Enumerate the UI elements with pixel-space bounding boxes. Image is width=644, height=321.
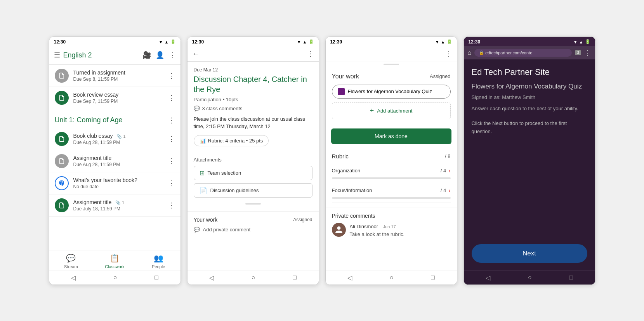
your-work-section-2: Your work Assigned 💬 Add private comment xyxy=(187,212,319,237)
more-vert-item-1[interactable]: ⋮ xyxy=(168,94,175,102)
your-work-header-2: Your work Assigned xyxy=(194,217,312,223)
criterion-0[interactable]: Organization / 4 › xyxy=(332,163,451,183)
status-time-3: 12:30 xyxy=(330,39,342,45)
tab-count-4[interactable]: 3 xyxy=(575,50,581,55)
add-icon-3: + xyxy=(370,107,374,115)
people-icon: 👥 xyxy=(154,253,163,263)
phone-edtech: 12:30 ▼ ▲ 🔋 ⌂ 🔒 edtechpartner.com/conte … xyxy=(463,36,595,285)
more-vert-item-5[interactable]: ⋮ xyxy=(168,201,175,210)
section-header-unit1: Unit 1: Coming of Age ⋮ xyxy=(49,111,181,128)
wifi-icon-1: ▼ xyxy=(159,40,163,44)
chevron-0: › xyxy=(448,167,450,174)
attachments-label-2: Attachments xyxy=(194,157,312,163)
assignment-icon-4 xyxy=(55,176,69,190)
assignment-icon-5 xyxy=(55,198,69,212)
app-bar-1: ☰ English 2 🎥 👤 ⋮ xyxy=(49,46,181,65)
quiz-attachment-3[interactable]: Flowers for Algernon Vocabulary Quiz xyxy=(332,85,451,99)
criterion-row-0: Organization / 4 › xyxy=(332,167,451,174)
classwork-icon: 📋 xyxy=(110,253,120,263)
more-vert-item-3[interactable]: ⋮ xyxy=(168,157,175,165)
attachment-chip-1[interactable]: ⊞ Team selection xyxy=(194,166,312,180)
recent-btn-3[interactable]: □ xyxy=(431,274,435,281)
browser-url-4[interactable]: 🔒 edtechpartner.com/conte xyxy=(474,49,572,57)
attachment2-icon: 📄 xyxy=(200,187,207,194)
more-vert-detail-3[interactable]: ⋮ xyxy=(445,49,452,58)
assignment-item-1[interactable]: Book review essay Due Sep 7, 11:59 PM ⋮ xyxy=(49,87,181,109)
back-icon-2[interactable]: ← xyxy=(192,49,200,58)
stream-icon: 💬 xyxy=(66,253,76,263)
back-btn-3[interactable]: ◁ xyxy=(347,274,352,281)
add-attachment-btn-3[interactable]: + Add attachment xyxy=(332,102,451,119)
home-btn-1[interactable]: ○ xyxy=(113,274,117,281)
attachment-chip-2[interactable]: 📄 Discussion guidelines xyxy=(194,183,312,198)
assignment-icon-3 xyxy=(55,154,69,168)
assignment-item-3[interactable]: Assignment title Due Aug 28, 11:59 PM ⋮ xyxy=(49,150,181,172)
detail-app-bar-2: ← ⋮ xyxy=(187,46,319,62)
nav-stream[interactable]: 💬 Stream xyxy=(49,250,93,271)
back-btn-2[interactable]: ◁ xyxy=(209,274,214,281)
app-bar-icons-1: 🎥 👤 ⋮ xyxy=(142,51,176,59)
recent-btn-4[interactable]: □ xyxy=(569,274,573,281)
recent-btn-2[interactable]: □ xyxy=(293,274,297,281)
nav-classwork-label: Classwork xyxy=(105,264,125,269)
recent-btn-1[interactable]: □ xyxy=(154,274,158,281)
section-title-1: Unit 1: Coming of Age xyxy=(55,116,168,124)
url-text-4: edtechpartner.com/conte xyxy=(485,50,532,55)
assignment-meta-2: Participation • 10pts xyxy=(194,97,312,102)
detail-app-bar-3: ⋮ xyxy=(326,46,457,61)
hamburger-icon[interactable]: ☰ xyxy=(54,51,60,59)
more-vert-item-2[interactable]: ⋮ xyxy=(168,135,175,143)
assignment-item-5[interactable]: Assignment title 📎 1 Due July 18, 11:59 … xyxy=(49,194,181,217)
system-nav-4: ◁ ○ □ xyxy=(464,271,595,285)
battery-icon-1: 🔋 xyxy=(170,39,176,44)
quiz-attachment-label: Flowers for Algernon Vocabulary Quiz xyxy=(348,88,432,94)
nav-people[interactable]: 👥 People xyxy=(137,250,181,271)
commenter-info-3: Ali Dinsmoor Jun 17 xyxy=(350,223,451,230)
video-icon[interactable]: 🎥 xyxy=(142,51,151,59)
browser-home-icon[interactable]: ⌂ xyxy=(468,49,472,56)
detail-content-2: Due Mar 12 Discussion Chapter 4, Catcher… xyxy=(187,62,319,271)
rubric-chip-2[interactable]: 📊 Rubric: 4 criteria • 25 pts xyxy=(194,135,269,146)
more-vert-section[interactable]: ⋮ xyxy=(168,116,175,125)
nav-classwork[interactable]: 📋 Classwork xyxy=(93,250,137,271)
home-btn-2[interactable]: ○ xyxy=(252,274,255,281)
add-comment-2[interactable]: 💬 Add private comment xyxy=(194,227,312,233)
more-vert-icon-1[interactable]: ⋮ xyxy=(169,51,176,59)
more-vert-item-4[interactable]: ⋮ xyxy=(168,179,175,187)
more-vert-item-0[interactable]: ⋮ xyxy=(168,71,175,80)
comment-count-2: 💬 3 class comments xyxy=(194,106,312,111)
status-icons-4: ▼ ▲ 🔋 xyxy=(573,39,590,44)
phone-classwork-list: 12:30 ▼ ▲ 🔋 ☰ English 2 🎥 👤 ⋮ xyxy=(49,36,181,285)
work-header-3: Your work Assigned xyxy=(332,73,451,80)
battery-icon-3: 🔋 xyxy=(447,39,452,44)
assignment-item-4[interactable]: What's your favorite book? No due date ⋮ xyxy=(49,172,181,194)
assigned-badge-2: Assigned xyxy=(293,217,312,222)
signal-icon-4: ▲ xyxy=(579,40,583,44)
phone-assignment-detail: 12:30 ▼ ▲ 🔋 ← ⋮ Due Mar 12 Discussion Ch… xyxy=(187,36,319,285)
assignment-item-2[interactable]: Book club essay 📎 1 Due Aug 28, 11:59 PM… xyxy=(49,128,181,150)
app-title-1: English 2 xyxy=(63,51,142,59)
edtech-quiz-title-4: Flowers for Algernon Vocabulary Quiz xyxy=(472,83,587,90)
comment-item-3: Ali Dinsmoor Jun 17 Take a look at the r… xyxy=(332,223,451,237)
attachment1-icon: ⊞ xyxy=(200,169,205,177)
back-btn-4[interactable]: ◁ xyxy=(486,274,490,281)
next-btn-4[interactable]: Next xyxy=(472,244,587,263)
lock-icon-4: 🔒 xyxy=(479,50,484,55)
more-vert-detail-2[interactable]: ⋮ xyxy=(307,49,314,58)
signal-icon-2: ▲ xyxy=(303,40,307,44)
assignment-title-2: Book club essay 📎 1 xyxy=(73,133,168,139)
battery-icon-4: 🔋 xyxy=(585,39,590,44)
back-btn-1[interactable]: ◁ xyxy=(71,274,76,281)
home-btn-3[interactable]: ○ xyxy=(390,274,394,281)
criterion-1[interactable]: Focus/Information / 4 › xyxy=(332,183,451,203)
status-time-2: 12:30 xyxy=(192,39,204,45)
private-comments-title-3: Private comments xyxy=(332,213,451,219)
assignment-item-0[interactable]: Turned in assignment Due Sep 8, 11:59 PM… xyxy=(49,65,181,87)
assignment-desc-2: Please join the class discussion at our … xyxy=(194,115,312,130)
more-vert-browser-4[interactable]: ⋮ xyxy=(584,49,591,57)
status-bar-4: 12:30 ▼ ▲ 🔋 xyxy=(464,37,595,46)
mark-done-btn-3[interactable]: Mark as done xyxy=(331,128,451,144)
person-add-icon[interactable]: 👤 xyxy=(156,51,164,59)
rubric-content-3: Your work Assigned Flowers for Algernon … xyxy=(326,68,457,271)
home-btn-4[interactable]: ○ xyxy=(528,274,532,281)
